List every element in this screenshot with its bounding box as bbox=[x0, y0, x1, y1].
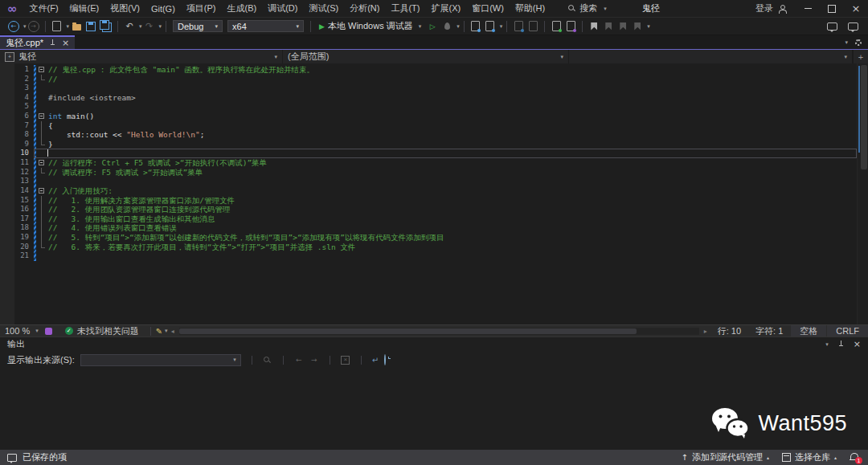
navigate-backward-button[interactable]: ← bbox=[8, 20, 19, 33]
sync-document-button[interactable] bbox=[485, 20, 496, 33]
start-without-debugging-button[interactable]: ▷ bbox=[427, 20, 438, 33]
menu-item-测试(S)[interactable]: 测试(S) bbox=[303, 0, 344, 17]
vertical-scrollbar[interactable] bbox=[857, 63, 868, 324]
code-line-15[interactable]: 15// 1. 使用解决方案资源管理器窗口添加/管理文件 bbox=[0, 196, 857, 206]
save-all-button[interactable] bbox=[100, 20, 112, 33]
new-file-button[interactable] bbox=[51, 20, 63, 33]
send-feedback-button[interactable] bbox=[826, 20, 837, 33]
new-file-dropdown-icon[interactable]: ▾ bbox=[67, 23, 70, 30]
menu-item-编辑(E)[interactable]: 编辑(E) bbox=[64, 0, 105, 17]
clear-bookmarks-button[interactable] bbox=[632, 20, 643, 33]
save-button[interactable] bbox=[85, 20, 96, 33]
scroll-right-arrow-icon[interactable]: ▸ bbox=[701, 328, 710, 335]
breakpoint-margin-cell[interactable] bbox=[0, 84, 14, 93]
code-line-1[interactable]: 1// 鬼径.cpp : 此文件包含 "main" 函数。程序执行将在此处开始并… bbox=[0, 65, 857, 75]
menu-item-窗口(W)[interactable]: 窗口(W) bbox=[466, 0, 510, 17]
menu-item-扩展(X)[interactable]: 扩展(X) bbox=[425, 0, 466, 17]
search-box[interactable]: 搜索 ▾ bbox=[563, 2, 612, 14]
timestamp-button[interactable] bbox=[384, 355, 386, 365]
next-message-button[interactable]: → bbox=[309, 356, 319, 364]
menu-item-工具(T)[interactable]: 工具(T) bbox=[385, 0, 425, 17]
add-to-source-control-button[interactable]: ↑ 添加到源代码管理 ▴ bbox=[682, 451, 769, 463]
share-feedback-button[interactable] bbox=[847, 20, 858, 33]
next-bookmark-button[interactable] bbox=[617, 20, 628, 33]
fold-collapse-button[interactable] bbox=[37, 65, 47, 75]
breakpoint-margin-cell[interactable] bbox=[0, 177, 14, 186]
code-line-21[interactable]: 21 bbox=[0, 251, 857, 261]
breakpoint-margin-cell[interactable] bbox=[0, 149, 14, 158]
menu-item-文件(F)[interactable]: 文件(F) bbox=[24, 0, 64, 17]
undo-button[interactable]: ↶ bbox=[124, 20, 135, 33]
undo-dropdown-icon[interactable]: ▾ bbox=[139, 23, 142, 30]
breakpoint-margin-cell[interactable] bbox=[0, 130, 14, 140]
document-health-indicator[interactable]: ✓ 未找到相关问题 bbox=[65, 325, 139, 337]
code-line-19[interactable]: 19// 5. 转到“项目”>“添加新项”以创建新的代码文件，或转到“项目”>“… bbox=[0, 233, 857, 243]
saved-items-status[interactable]: 已保存的项 bbox=[7, 451, 67, 463]
fold-collapse-button[interactable] bbox=[37, 112, 47, 121]
breakpoint-margin-cell[interactable] bbox=[0, 196, 14, 206]
breakpoint-margin-cell[interactable] bbox=[0, 158, 14, 168]
tab-list-dropdown-icon[interactable]: ▾ bbox=[845, 39, 848, 46]
menu-item-项目(P)[interactable]: 项目(P) bbox=[181, 0, 222, 17]
toolbar-overflow-icon[interactable]: ▾ bbox=[500, 23, 503, 30]
gear-icon[interactable] bbox=[855, 39, 862, 46]
code-line-17[interactable]: 17// 3. 使用输出窗口查看生成输出和其他消息 bbox=[0, 214, 857, 224]
code-line-2[interactable]: 2// bbox=[0, 75, 857, 84]
breakpoint-margin-cell[interactable] bbox=[0, 223, 14, 233]
close-button[interactable]: × bbox=[844, 0, 868, 18]
breakpoint-margin-cell[interactable] bbox=[0, 93, 14, 103]
toggle-word-wrap-button[interactable]: ↵ bbox=[372, 356, 379, 365]
maximize-button[interactable] bbox=[820, 0, 844, 18]
code-line-5[interactable]: 5 bbox=[0, 102, 857, 112]
previous-bookmark-button[interactable] bbox=[603, 20, 614, 33]
breakpoint-margin-cell[interactable] bbox=[0, 168, 14, 177]
output-panel-content[interactable]: Want595 bbox=[0, 369, 868, 449]
hot-reload-button[interactable] bbox=[441, 20, 452, 33]
properties-window-button[interactable] bbox=[565, 20, 576, 33]
project-dropdown[interactable]: + 鬼径 ▾ bbox=[0, 50, 283, 63]
zoom-level[interactable]: 100 % bbox=[0, 326, 33, 336]
select-repository-button[interactable]: 选择仓库 ▴ bbox=[782, 451, 837, 463]
spaces-indicator[interactable]: 空格 bbox=[790, 325, 826, 337]
screen-reader-icon[interactable] bbox=[45, 328, 52, 335]
redo-dropdown-icon[interactable]: ▾ bbox=[159, 23, 162, 30]
find-in-files-button[interactable] bbox=[470, 20, 481, 33]
output-source-dropdown[interactable]: ▾ bbox=[80, 354, 241, 366]
panel-pin-icon[interactable] bbox=[837, 341, 845, 348]
platform-dropdown[interactable]: x64 ▾ bbox=[227, 20, 304, 32]
fold-collapse-button[interactable] bbox=[37, 186, 47, 196]
fold-collapse-button[interactable] bbox=[37, 158, 47, 168]
notifications-button[interactable]: 1 bbox=[850, 452, 861, 463]
code-line-9[interactable]: 9} bbox=[0, 140, 857, 149]
menu-item-视图(V)[interactable]: 视图(V) bbox=[104, 0, 145, 17]
open-file-button[interactable] bbox=[71, 20, 82, 33]
code-line-12[interactable]: 12// 调试程序: F5 或调试 >“开始调试”菜单 bbox=[0, 168, 857, 177]
breakpoint-margin-cell[interactable] bbox=[0, 251, 14, 261]
tab-active-document[interactable]: 鬼径.cpp* × bbox=[0, 35, 75, 49]
navigate-dropdown-icon[interactable]: ▾ bbox=[23, 23, 27, 30]
toggle-bookmark-button[interactable] bbox=[588, 20, 600, 33]
breakpoint-margin-cell[interactable] bbox=[0, 140, 14, 149]
menu-item-生成(B)[interactable]: 生成(B) bbox=[222, 0, 263, 17]
pin-icon[interactable] bbox=[49, 39, 56, 47]
code-line-6[interactable]: 6int main() bbox=[0, 112, 857, 121]
find-message-button[interactable] bbox=[263, 357, 272, 364]
member-dropdown[interactable]: ▾ bbox=[569, 50, 853, 63]
breakpoint-margin-cell[interactable] bbox=[0, 65, 14, 75]
bookmark-dropdown-icon[interactable]: ▾ bbox=[647, 23, 650, 30]
breakpoint-margin-cell[interactable] bbox=[0, 205, 14, 214]
eol-indicator[interactable]: CRLF bbox=[826, 325, 868, 337]
sign-in-button[interactable]: 登录 bbox=[746, 2, 796, 14]
navigate-forward-button[interactable]: → bbox=[28, 20, 39, 33]
configuration-dropdown[interactable]: Debug ▾ bbox=[173, 20, 223, 32]
scope-dropdown[interactable]: (全局范围) ▾ bbox=[283, 50, 569, 63]
code-editor[interactable]: 1// 鬼径.cpp : 此文件包含 "main" 函数。程序执行将在此处开始并… bbox=[0, 63, 868, 324]
scroll-left-arrow-icon[interactable]: ◂ bbox=[168, 328, 178, 335]
breakpoint-margin-cell[interactable] bbox=[0, 233, 14, 243]
previous-message-button[interactable]: ← bbox=[294, 356, 304, 364]
code-line-16[interactable]: 16// 2. 使用团队资源管理器窗口连接到源代码管理 bbox=[0, 205, 857, 214]
horizontal-scrollbar[interactable] bbox=[179, 328, 699, 335]
code-line-3[interactable]: 3 bbox=[0, 84, 857, 93]
clear-all-output-button[interactable]: × bbox=[341, 356, 350, 365]
code-cleanup-icon[interactable]: ✎ bbox=[156, 327, 162, 336]
